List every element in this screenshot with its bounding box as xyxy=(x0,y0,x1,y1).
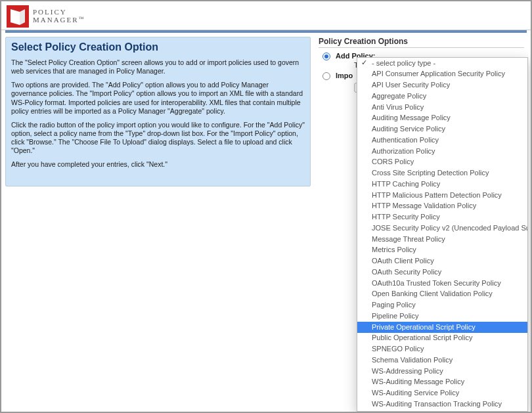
dropdown-item[interactable]: Open Banking Client Validation Policy xyxy=(357,289,527,300)
dropdown-item[interactable]: Paging Policy xyxy=(357,300,527,311)
dropdown-item[interactable]: Metrics Policy xyxy=(357,245,527,256)
dropdown-item[interactable]: SPNEGO Policy xyxy=(357,344,527,355)
svg-marker-0 xyxy=(11,9,20,25)
help-paragraph: The "Select Policy Creation Option" scre… xyxy=(11,58,305,76)
dropdown-item[interactable]: JOSE Security Policy v2 (Unencoded Paylo… xyxy=(357,223,527,234)
dropdown-item[interactable]: WS-Auditing Message Policy xyxy=(357,377,527,388)
dropdown-item[interactable]: Authorization Policy xyxy=(357,146,527,157)
app-header: POLICY MANAGER xyxy=(1,1,531,30)
logo-text: POLICY MANAGER xyxy=(33,9,83,24)
header-divider xyxy=(5,30,527,33)
help-paragraph: Click the radio button of the policy imp… xyxy=(11,121,305,156)
add-policy-radio[interactable] xyxy=(322,53,330,60)
help-paragraph: Two options are provided. The "Add Polic… xyxy=(11,81,305,116)
dropdown-item[interactable]: Cross Site Scripting Detection Policy xyxy=(357,168,527,179)
dropdown-item[interactable]: Auditing Service Policy xyxy=(357,124,527,135)
help-panel: Select Policy Creation Option The "Selec… xyxy=(5,37,311,186)
dropdown-item[interactable]: API User Security Policy xyxy=(357,80,527,91)
dropdown-item[interactable]: WS-Addressing Policy xyxy=(357,366,527,377)
dropdown-item[interactable]: Authentication Policy xyxy=(357,135,527,146)
dropdown-item[interactable]: CORS Policy xyxy=(357,157,527,168)
dropdown-item[interactable]: API Consumer Application Security Policy xyxy=(357,69,527,80)
dropdown-item[interactable]: Pipeline Policy xyxy=(357,311,527,322)
dropdown-item[interactable]: Schema Validation Policy xyxy=(357,355,527,366)
dropdown-item[interactable]: Message Threat Policy xyxy=(357,234,527,245)
dropdown-item[interactable]: WS-Auditing Transaction Tracking Policy xyxy=(357,399,527,410)
dropdown-item[interactable]: Public Operational Script Policy xyxy=(357,333,527,344)
dropdown-item[interactable]: WS-Malicious Pattern Detection Policy xyxy=(357,410,527,412)
dropdown-item[interactable]: Anti Virus Policy xyxy=(357,102,527,113)
svg-marker-1 xyxy=(20,9,25,25)
dropdown-item[interactable]: HTTP Security Policy xyxy=(357,212,527,223)
dropdown-placeholder[interactable]: - select policy type - xyxy=(357,58,527,69)
dropdown-item[interactable]: Private Operational Script Policy xyxy=(357,322,527,333)
logo-icon xyxy=(7,5,29,28)
dropdown-item[interactable]: Auditing Message Policy xyxy=(357,113,527,124)
dropdown-item[interactable]: Aggregate Policy xyxy=(357,91,527,102)
options-heading: Policy Creation Options xyxy=(319,37,524,48)
dropdown-item[interactable]: WS-Auditing Service Policy xyxy=(357,388,527,399)
dropdown-item[interactable]: OAuth Client Policy xyxy=(357,256,527,267)
policy-type-dropdown[interactable]: - select policy type -API Consumer Appli… xyxy=(357,57,528,412)
dropdown-item[interactable]: OAuth Security Policy xyxy=(357,267,527,278)
import-policy-radio[interactable] xyxy=(322,72,330,80)
page-title: Select Policy Creation Option xyxy=(11,41,305,53)
dropdown-item[interactable]: HTTP Caching Policy xyxy=(357,179,527,190)
dropdown-item[interactable]: OAuth10a Trusted Token Security Policy xyxy=(357,278,527,289)
help-paragraph: After you have completed your entries, c… xyxy=(11,160,305,169)
dropdown-item[interactable]: HTTP Message Validation Policy xyxy=(357,201,527,212)
brand-line2: MANAGER xyxy=(33,16,83,24)
dropdown-item[interactable]: HTTP Malicious Pattern Detection Policy xyxy=(357,190,527,201)
